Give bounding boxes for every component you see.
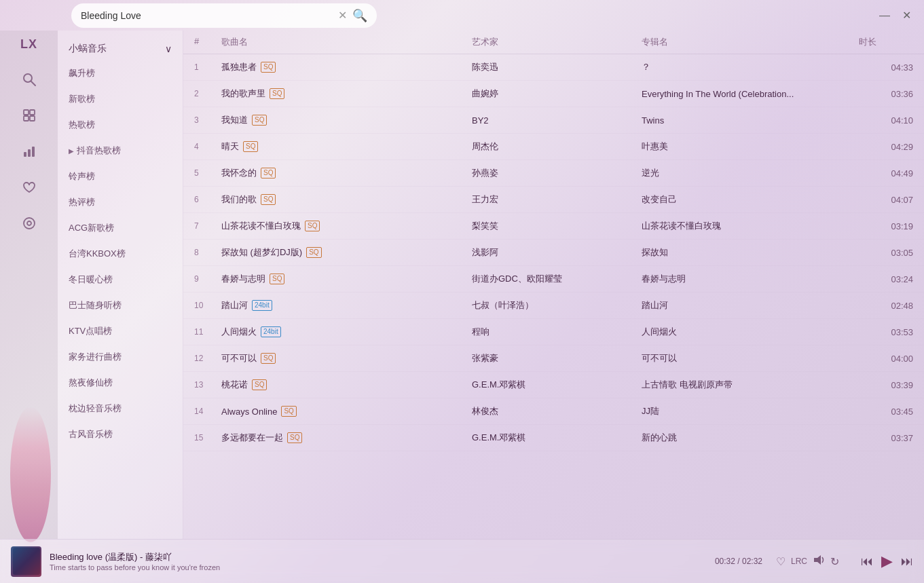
sidebar-item-xin-ge[interactable]: 新歌榜 <box>58 86 183 112</box>
song-number: 7 <box>194 221 221 231</box>
song-number: 6 <box>194 195 221 204</box>
quality-badge: SQ <box>287 432 302 443</box>
song-number: 1 <box>194 62 221 72</box>
col-duration: 时长 <box>859 36 913 48</box>
quality-badge: SQ <box>270 274 284 284</box>
table-row[interactable]: 13 桃花诺 SQ G.E.M.邓紫棋 上古情歌 电视剧原声带 03:39 <box>183 372 924 398</box>
song-number: 13 <box>194 380 221 390</box>
svg-rect-5 <box>30 116 35 121</box>
volume-button[interactable] <box>813 554 825 569</box>
minimize-button[interactable]: — <box>878 10 891 22</box>
content-area: # 歌曲名 艺术家 专辑名 时长 1 孤独患者 SQ 陈奕迅 ？ 04:33 2… <box>183 31 924 539</box>
table-row[interactable]: 15 多远都要在一起 SQ G.E.M.邓紫棋 新的心跳 03:37 <box>183 425 924 451</box>
sidebar-item-acg[interactable]: ACG新歌榜 <box>58 215 183 241</box>
window-controls: — ✕ <box>878 9 913 22</box>
close-button[interactable]: ✕ <box>900 9 913 22</box>
song-artist: 王力宏 <box>472 193 642 206</box>
play-pause-button[interactable]: ▶ <box>881 552 893 570</box>
search-clear-button[interactable]: ✕ <box>338 9 347 22</box>
song-title: 桃花诺 SQ <box>221 379 472 391</box>
sidebar-item-zhen-bian[interactable]: 枕边轻音乐榜 <box>58 396 183 421</box>
table-row[interactable]: 2 我的歌声里 SQ 曲婉婷 Everything In The World (… <box>183 81 924 107</box>
svg-rect-4 <box>24 116 29 121</box>
table-row[interactable]: 11 人间烟火 24bit 程响 人间烟火 03:53 <box>183 319 924 345</box>
sidebar-item-ktv[interactable]: KTV点唱榜 <box>58 318 183 344</box>
song-album: 踏山河 <box>642 299 859 312</box>
table-row[interactable]: 14 Always Online SQ 林俊杰 JJ陆 03:45 <box>183 398 924 425</box>
album-art <box>11 546 41 577</box>
song-album: JJ陆 <box>642 405 859 417</box>
table-row[interactable]: 1 孤独患者 SQ 陈奕迅 ？ 04:33 <box>183 54 924 81</box>
table-row[interactable]: 10 踏山河 24bit 七叔（叶泽浩） 踏山河 02:48 <box>183 293 924 319</box>
svg-line-1 <box>31 81 35 86</box>
loop-button[interactable]: ↻ <box>830 555 839 568</box>
sidebar-item-jia-wu[interactable]: 家务进行曲榜 <box>58 344 183 370</box>
search-input[interactable] <box>81 10 338 21</box>
table-row[interactable]: 9 春娇与志明 SQ 街道办GDC、欧阳耀莹 春娇与志明 03:24 <box>183 266 924 293</box>
svg-point-10 <box>27 221 31 225</box>
song-artist: 林俊杰 <box>472 405 642 417</box>
sidebar-item-ba-shi[interactable]: 巴士随身听榜 <box>58 293 183 318</box>
song-duration: 03:39 <box>859 380 913 390</box>
table-row[interactable]: 5 我怀念的 SQ 孙燕姿 逆光 04:49 <box>183 160 924 187</box>
prev-button[interactable]: ⏮ <box>861 554 873 569</box>
sidebar-charts-icon[interactable] <box>12 136 46 166</box>
song-artist: 周杰伦 <box>472 140 642 153</box>
sidebar-item-gu-feng[interactable]: 古风音乐榜 <box>58 421 183 447</box>
sidebar-search-icon[interactable] <box>12 64 46 94</box>
quality-badge: SQ <box>261 62 276 73</box>
table-row[interactable]: 12 可不可以 SQ 张紫豪 可不可以 04:00 <box>183 345 924 372</box>
lyrics-button[interactable]: LRC <box>791 557 807 566</box>
next-button[interactable]: ⏭ <box>901 554 913 569</box>
nav-expand-icon[interactable]: ∨ <box>165 43 172 54</box>
sidebar-favorites-icon[interactable] <box>12 172 46 202</box>
song-duration: 03:53 <box>859 327 913 337</box>
sidebar-settings-icon[interactable] <box>12 208 46 238</box>
favorite-button[interactable]: ♡ <box>776 555 786 568</box>
svg-rect-6 <box>24 152 26 157</box>
song-album: Twins <box>642 115 859 126</box>
sidebar: LX <box>0 31 58 539</box>
svg-rect-2 <box>24 110 29 115</box>
song-artist: 陈奕迅 <box>472 61 642 73</box>
table-row[interactable]: 6 我们的歌 SQ 王力宏 改变自己 04:07 <box>183 187 924 213</box>
song-title: 可不可以 SQ <box>221 352 472 364</box>
table-row[interactable]: 8 探故知 (超梦幻DJ版) SQ 浅影阿 探故知 03:05 <box>183 240 924 266</box>
song-artist: G.E.M.邓紫棋 <box>472 379 642 391</box>
now-playing-title: Bleeding love (温柔版) - 藤柒吖 <box>50 551 220 563</box>
sidebar-library-icon[interactable] <box>12 100 46 130</box>
playback-controls: ⏮ ▶ ⏭ <box>861 552 913 570</box>
sidebar-item-kkbox[interactable]: 台湾KKBOX榜 <box>58 241 183 267</box>
song-title: 春娇与志明 SQ <box>221 273 472 285</box>
song-artist: 孙燕姿 <box>472 167 642 179</box>
table-header: # 歌曲名 艺术家 专辑名 时长 <box>183 31 924 54</box>
song-album: 改变自己 <box>642 193 859 206</box>
table-row[interactable]: 7 山茶花读不懂白玫瑰 SQ 梨笑笑 山茶花读不懂白玫瑰 03:19 <box>183 213 924 240</box>
sidebar-item-ling-sheng[interactable]: 铃声榜 <box>58 164 183 189</box>
song-duration: 04:10 <box>859 115 913 126</box>
nav-panel: 小蜗音乐 ∨ 飙升榜 新歌榜 热歌榜 ▶ 抖音热歌榜 铃声榜 热评榜 <box>58 31 183 539</box>
sidebar-item-dong-ri[interactable]: 冬日暖心榜 <box>58 267 183 293</box>
song-title: 晴天 SQ <box>221 140 472 153</box>
song-duration: 04:49 <box>859 168 913 178</box>
sidebar-item-dou-yin[interactable]: ▶ 抖音热歌榜 <box>58 138 183 164</box>
table-row[interactable]: 4 晴天 SQ 周杰伦 叶惠美 04:29 <box>183 134 924 160</box>
sidebar-item-fei-sheng[interactable]: 飙升榜 <box>58 60 183 86</box>
sidebar-item-re-ge[interactable]: 热歌榜 <box>58 112 183 138</box>
song-duration: 04:29 <box>859 142 913 152</box>
song-album: Everything In The World (Celebration... <box>642 89 859 99</box>
sidebar-item-re-ping[interactable]: 热评榜 <box>58 189 183 215</box>
table-row[interactable]: 3 我知道 SQ BY2 Twins 04:10 <box>183 107 924 134</box>
song-artist: 浅影阿 <box>472 246 642 259</box>
song-number: 5 <box>194 168 221 178</box>
song-duration: 03:05 <box>859 248 913 258</box>
song-album: 探故知 <box>642 246 859 259</box>
quality-badge: SQ <box>270 88 284 99</box>
col-title: 歌曲名 <box>221 36 472 48</box>
quality-badge: SQ <box>305 221 320 231</box>
song-duration: 04:07 <box>859 195 913 205</box>
search-submit-button[interactable]: 🔍 <box>352 8 367 23</box>
quality-badge: SQ <box>261 353 276 364</box>
sidebar-item-ao-ye[interactable]: 熬夜修仙榜 <box>58 370 183 396</box>
song-number: 4 <box>194 142 221 151</box>
